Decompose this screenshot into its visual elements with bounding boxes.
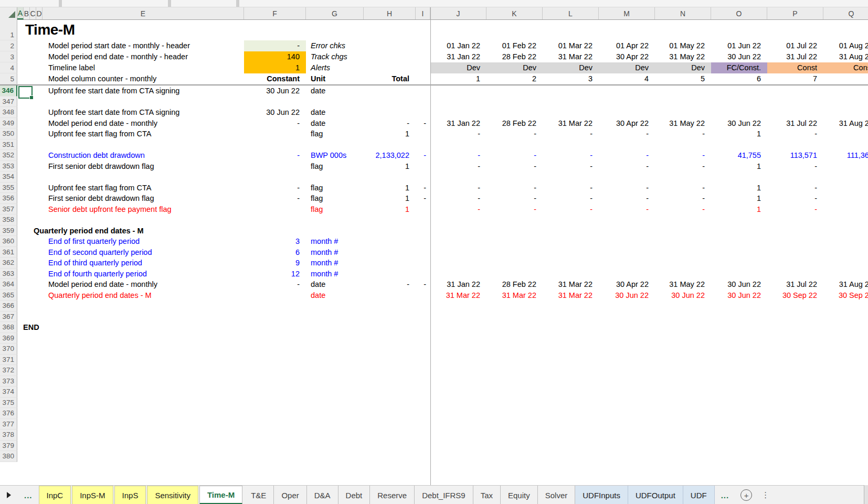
cell-Q5[interactable]: 8 [823,73,868,84]
cell-E378[interactable] [17,430,244,441]
cell-H357[interactable]: 1 [364,204,416,215]
cell-G353[interactable]: flag [306,161,364,172]
cell-E366[interactable] [17,301,244,312]
cell-M4[interactable]: Dev [599,62,655,73]
row-header-361[interactable]: 361 [0,247,17,258]
cell-K349[interactable]: 28 Feb 22 [486,118,543,129]
row-header-359[interactable]: 359 [0,226,17,237]
active-cell-cursor[interactable] [18,86,33,99]
cell-G356[interactable]: flag [306,193,364,204]
cell-I355[interactable]: - [416,183,430,194]
cell-E353[interactable]: First senior debt drawdown flag [17,161,244,172]
cell-H373[interactable] [364,376,416,387]
cell-P349[interactable]: 31 Jul 22 [767,118,823,129]
cell-L353[interactable]: - [543,161,599,172]
cell-G2[interactable]: Error chks [306,40,364,51]
row-header-346[interactable]: 346 [0,85,17,96]
row-header-371[interactable]: 371 [0,355,17,366]
cell-F356[interactable]: - [244,193,306,204]
sheet-tab-InpS[interactable]: InpS [114,486,146,504]
cell-J4[interactable]: Dev [430,62,486,73]
cell-G348[interactable]: date [306,107,364,118]
cell-E352[interactable]: Construction debt drawdown [17,150,244,161]
cell-E350[interactable]: Upfront fee start flag from CTA [17,128,244,140]
cell-I354[interactable] [416,171,430,183]
tab-scroll-right-ellipsis[interactable]: ... [715,486,736,504]
row-header-368[interactable]: 368 [0,322,17,333]
sheet-tab-D-A[interactable]: D&A [307,486,338,504]
cell-J350[interactable]: - [430,128,486,140]
cell-E365[interactable]: Quarterly period end dates - M [17,290,244,301]
cell-H379[interactable] [364,441,416,452]
cell-I366[interactable] [416,301,430,312]
row-header-4[interactable]: 4 [0,62,17,73]
row-header-354[interactable]: 354 [0,171,17,183]
cell-E360[interactable]: End of first quarterly period [17,236,244,247]
cell-H368[interactable] [364,322,416,333]
cell-L3[interactable]: 31 Mar 22 [543,51,599,62]
cell-F376[interactable] [244,408,306,419]
cell-F370[interactable] [244,344,306,355]
cell-E363[interactable]: End of fourth quarterly period [17,269,244,280]
cell-E3[interactable]: Model period end date - monthly - header [17,51,244,62]
cell-I348[interactable] [416,107,430,118]
cell-N355[interactable]: - [655,183,711,194]
cell-E346[interactable]: Upfront fee start date from CTA signing [17,85,244,96]
tabbar-kebab-menu[interactable]: ⋮ [761,490,770,500]
cell-L2[interactable]: 01 Mar 22 [543,40,599,51]
cell-M3[interactable]: 30 Apr 22 [599,51,655,62]
cell-H363[interactable] [364,269,416,280]
cell-P355[interactable]: - [767,183,823,194]
sheet-tab-Tax[interactable]: Tax [473,486,501,504]
cell-H348[interactable] [364,107,416,118]
cell-E379[interactable] [17,441,244,452]
cell-G359[interactable] [306,226,364,237]
cell-F349[interactable]: - [244,118,306,129]
column-header-N[interactable]: N [655,7,711,19]
cell-M349[interactable]: 30 Apr 22 [599,118,655,129]
cell-H375[interactable] [364,398,416,409]
cell-P350[interactable]: - [767,128,823,140]
column-header-C[interactable]: C [30,7,36,19]
cell-F5[interactable]: Constant [244,73,306,84]
cell-E380[interactable] [17,451,244,462]
cell-O353[interactable]: 1 [711,161,767,172]
cell-Q2[interactable]: 01 Aug 22 [823,40,868,51]
cell-M352[interactable]: - [599,150,655,161]
cell-I350[interactable] [416,128,430,140]
sheet-tab-InpS-M[interactable]: InpS-M [72,486,113,504]
cell-H3[interactable] [364,51,416,62]
row-header-347[interactable]: 347 [0,96,17,108]
row-header-365[interactable]: 365 [0,290,17,301]
cell-K357[interactable]: - [486,204,543,215]
cell-G357[interactable]: flag [306,204,364,215]
cell-I352[interactable]: - [416,150,430,161]
cell-E374[interactable] [17,387,244,398]
cell-K352[interactable]: - [486,150,543,161]
cell-K5[interactable]: 2 [486,73,543,84]
cell-P2[interactable]: 01 Jul 22 [767,40,823,51]
cell-E4[interactable]: Timeline label [17,62,244,73]
cell-L355[interactable]: - [543,183,599,194]
column-header-H[interactable]: H [364,7,416,19]
cell-L5[interactable]: 3 [543,73,599,84]
sheet-tab-InpC[interactable]: InpC [39,486,71,504]
cell-N4[interactable]: Dev [655,62,711,73]
cell-E362[interactable]: End of third quarterly period [17,258,244,269]
cell-G347[interactable] [306,96,364,108]
row-header-363[interactable]: 363 [0,269,17,280]
row-header-375[interactable]: 375 [0,398,17,409]
row-header-367[interactable]: 367 [0,312,17,323]
row-header-5[interactable]: 5 [0,73,17,84]
cell-M355[interactable]: - [599,183,655,194]
cell-F348[interactable]: 30 Jun 22 [244,107,306,118]
cell-H376[interactable] [364,408,416,419]
cell-I359[interactable] [416,226,430,237]
cell-P4[interactable]: Const [767,62,823,73]
cell-F362[interactable]: 9 [244,258,306,269]
cell-O4[interactable]: FC/Const. [711,62,767,73]
cell-O2[interactable]: 01 Jun 22 [711,40,767,51]
cell-O355[interactable]: 1 [711,183,767,194]
cell-L357[interactable]: - [543,204,599,215]
column-header-A[interactable]: A [17,7,24,19]
